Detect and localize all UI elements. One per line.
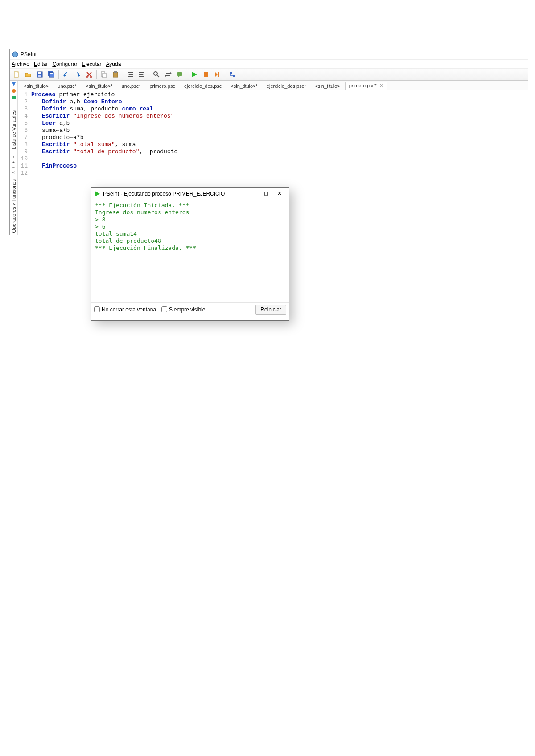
undo-icon[interactable] bbox=[61, 69, 71, 80]
menu-editar[interactable]: Editar bbox=[34, 61, 48, 67]
step-icon[interactable] bbox=[212, 69, 223, 80]
code-line[interactable]: Escribir "total de producto", producto bbox=[31, 148, 528, 155]
maximize-button[interactable]: ◻ bbox=[259, 189, 273, 198]
token-kw: FinProceso bbox=[42, 163, 77, 169]
console-line: total de producto48 bbox=[95, 237, 285, 245]
redo-icon[interactable] bbox=[72, 69, 83, 80]
svg-rect-25 bbox=[206, 72, 208, 77]
minimize-button[interactable]: — bbox=[246, 189, 259, 198]
token-str: "total suma" bbox=[73, 141, 115, 148]
token-str: "Ingrese dos numeros enteros" bbox=[73, 113, 174, 119]
code-line[interactable]: Escribir "total suma", suma bbox=[31, 141, 528, 148]
code-line[interactable]: FinProceso bbox=[31, 163, 528, 170]
save-icon[interactable] bbox=[34, 69, 45, 80]
menu-configurar[interactable]: Configurar bbox=[52, 61, 77, 67]
line-number: 8 bbox=[18, 141, 28, 148]
token-ident: producto←a*b bbox=[42, 134, 84, 141]
token-ident: a,b bbox=[66, 98, 84, 105]
copy-icon[interactable] bbox=[99, 69, 109, 80]
outdent-icon[interactable] bbox=[136, 69, 147, 80]
run-icon[interactable] bbox=[189, 69, 200, 80]
tab-sin_titulo[interactable]: <sin_titulo> bbox=[311, 82, 344, 90]
side-panel-tabs: Lista de Variables *+=< Operadores y Fun… bbox=[10, 81, 18, 235]
console-line: > 8 bbox=[95, 216, 285, 223]
side-tab-operators[interactable]: Operadores y Funciones bbox=[11, 176, 16, 235]
code-line[interactable]: Leer a,b bbox=[31, 120, 528, 127]
menu-archivo[interactable]: Archivo bbox=[12, 61, 29, 67]
side-tab-variables[interactable]: Lista de Variables bbox=[11, 108, 16, 152]
svg-point-30 bbox=[12, 89, 16, 93]
svg-rect-24 bbox=[204, 72, 206, 77]
indent-icon[interactable] bbox=[125, 69, 136, 80]
token-kw: Definir bbox=[42, 106, 66, 112]
code-line[interactable]: suma←a+b bbox=[31, 127, 528, 134]
console-line: > 6 bbox=[95, 223, 285, 230]
toolbar-separator bbox=[225, 70, 225, 79]
tab-primero-psc[interactable]: primero.psc bbox=[145, 82, 179, 90]
svg-rect-21 bbox=[177, 72, 182, 76]
no-close-checkbox[interactable]: No cerrar esta ventana bbox=[94, 306, 156, 313]
menubar: ArchivoEditarConfigurarEjecutarAyuda bbox=[10, 59, 528, 68]
comment-icon[interactable] bbox=[174, 69, 185, 80]
tab-ejercicio_dos-psc[interactable]: ejercicio_dos.psc bbox=[180, 82, 226, 90]
code-line[interactable]: Proceso primer_ejercicio bbox=[31, 91, 528, 98]
flowchart-icon[interactable] bbox=[227, 69, 238, 80]
replace-icon[interactable] bbox=[163, 69, 173, 80]
code-line[interactable]: producto←a*b bbox=[31, 134, 528, 141]
toolbar-separator bbox=[123, 70, 123, 79]
code-line[interactable] bbox=[31, 170, 528, 177]
tab-primero-psc[interactable]: primero.psc*✕ bbox=[345, 82, 387, 90]
paste-icon[interactable] bbox=[110, 69, 121, 80]
save-all-icon[interactable] bbox=[46, 69, 57, 80]
token-str: "total de producto" bbox=[73, 148, 139, 155]
tab-sin_titulo[interactable]: <sin_titulo> bbox=[20, 82, 53, 90]
tab-close-icon[interactable]: ✕ bbox=[379, 83, 383, 88]
tab-uno-psc[interactable]: uno.psc* bbox=[118, 82, 145, 90]
document-tabs: <sin_titulo>uno.psc*<sin_titulo>*uno.psc… bbox=[18, 81, 528, 90]
restart-button[interactable]: Reiniciar bbox=[255, 305, 286, 315]
code-editor[interactable]: 123456789101112 Proceso primer_ejercicio… bbox=[18, 90, 528, 177]
tab-ejercicio_dos-psc[interactable]: ejercicio_dos.psc* bbox=[263, 82, 310, 90]
token-ident: suma, producto bbox=[66, 106, 122, 112]
tab-uno-psc[interactable]: uno.psc* bbox=[54, 82, 81, 90]
line-number: 4 bbox=[18, 113, 28, 120]
code-body[interactable]: Proceso primer_ejercicioDefinir a,b Como… bbox=[31, 91, 528, 177]
token-kw: Leer bbox=[42, 120, 56, 127]
no-close-checkbox-input[interactable] bbox=[94, 306, 100, 312]
always-visible-checkbox[interactable]: Siempre visible bbox=[161, 306, 205, 313]
code-line[interactable]: Escribir "Ingrese dos numeros enteros" bbox=[31, 113, 528, 120]
line-number: 9 bbox=[18, 148, 28, 155]
code-line[interactable]: Definir a,b Como Entero bbox=[31, 98, 528, 106]
tab-sin_titulo[interactable]: <sin_titulo>* bbox=[226, 82, 262, 90]
cut-icon[interactable] bbox=[84, 69, 95, 80]
open-file-icon[interactable] bbox=[23, 69, 33, 80]
token-ident: suma←a+b bbox=[42, 127, 70, 134]
close-button[interactable]: ✕ bbox=[273, 189, 286, 198]
pause-icon[interactable] bbox=[201, 69, 211, 80]
svg-rect-8 bbox=[50, 73, 53, 74]
console-footer: No cerrar esta ventana Siempre visible R… bbox=[91, 302, 289, 316]
titlebar: PSeInt bbox=[10, 49, 528, 59]
menu-ayuda[interactable]: Ayuda bbox=[106, 61, 121, 67]
always-visible-checkbox-input[interactable] bbox=[161, 306, 167, 312]
new-file-icon[interactable] bbox=[11, 69, 22, 80]
svg-rect-14 bbox=[114, 71, 117, 73]
svg-rect-27 bbox=[218, 72, 219, 77]
code-line[interactable] bbox=[31, 155, 528, 163]
toolbar-separator bbox=[149, 70, 149, 79]
line-number: 5 bbox=[18, 120, 28, 127]
svg-marker-15 bbox=[128, 74, 129, 75]
find-icon[interactable] bbox=[151, 69, 162, 80]
code-line[interactable]: Definir suma, producto como real bbox=[31, 106, 528, 113]
console-titlebar: PSeInt - Ejecutando proceso PRIMER_EJERC… bbox=[91, 188, 289, 200]
tab-sin_titulo[interactable]: <sin_titulo>* bbox=[82, 82, 117, 90]
svg-rect-1 bbox=[14, 72, 18, 77]
toolbar-separator bbox=[58, 70, 59, 79]
line-number: 2 bbox=[18, 98, 28, 106]
line-number: 7 bbox=[18, 134, 28, 141]
svg-rect-28 bbox=[230, 72, 232, 74]
menu-ejecutar[interactable]: Ejecutar bbox=[82, 61, 101, 67]
app-title: PSeInt bbox=[21, 51, 37, 57]
svg-point-17 bbox=[154, 72, 157, 75]
svg-rect-13 bbox=[113, 72, 118, 77]
